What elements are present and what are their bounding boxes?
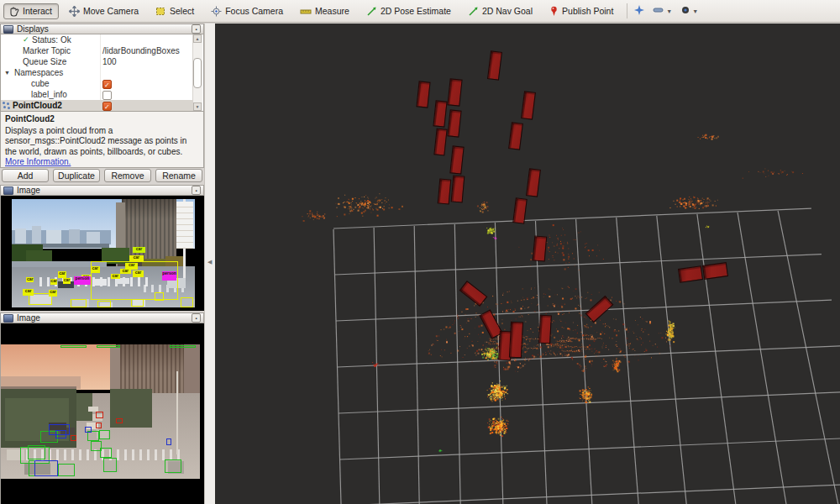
lidar-bounding-box[interactable] xyxy=(508,321,522,358)
detection-box xyxy=(170,345,196,348)
measure-button[interactable]: Measure xyxy=(295,3,356,19)
display-buttons-row: Add Duplicate Remove Rename xyxy=(0,169,204,183)
detection-box xyxy=(60,345,87,348)
minus-icon xyxy=(653,5,664,17)
tree-row-label: PointCloud2 xyxy=(13,100,62,111)
tree-row-pointcloud2[interactable]: ▼PointCloud2 xyxy=(1,100,194,111)
image-panel-1-header[interactable]: Image ▪ xyxy=(0,185,204,196)
photo-shape xyxy=(46,230,60,244)
remove-tool-button[interactable]: ▼ xyxy=(653,5,672,17)
measure-label: Measure xyxy=(315,6,349,16)
image-panel-1-content: carcarcarcarcarcarcarcarcarcarcarcarcarc… xyxy=(0,196,204,311)
pointcloud2-icon xyxy=(3,102,10,109)
tree-row-label: label_info xyxy=(31,89,67,100)
rename-button[interactable]: Rename xyxy=(155,169,202,182)
tree-row-label: Marker Topic xyxy=(23,45,71,56)
image-panel-1-close-button[interactable]: ▪ xyxy=(192,186,201,195)
detection-label-chip: car xyxy=(129,255,144,262)
detection-box xyxy=(103,458,117,472)
scroll-up-icon[interactable]: ▲ xyxy=(193,34,202,43)
interact-label: Interact xyxy=(23,6,52,16)
tree-row-label-info[interactable]: label_info xyxy=(1,89,194,100)
add-button[interactable]: Add xyxy=(2,169,49,182)
tree-scrollbar[interactable]: ▲ ▼ xyxy=(192,34,202,111)
detection-label-chip: car xyxy=(111,274,120,279)
detection-box xyxy=(58,464,75,476)
measure-icon xyxy=(300,6,312,17)
detection-label-chip: car xyxy=(63,278,71,283)
focus-icon xyxy=(211,6,222,17)
tree-row-status-ok[interactable]: ✓Status: Ok xyxy=(1,34,194,45)
interact-button[interactable]: Interact xyxy=(3,3,59,19)
detection-box xyxy=(71,299,87,307)
detection-box xyxy=(97,301,110,307)
tree-row-marker-topic[interactable]: Marker Topic/lidarBoundingBoxes xyxy=(1,45,194,56)
image-panel-2-header[interactable]: Image ▪ xyxy=(0,312,204,323)
photo-shape xyxy=(15,228,26,244)
detection-box xyxy=(131,299,144,307)
tree-row-queue-size[interactable]: Queue Size100 xyxy=(1,56,194,67)
move-icon xyxy=(69,6,80,17)
2d-pose-estimate-button[interactable]: 2D Pose Estimate xyxy=(361,3,458,19)
camera-image-2 xyxy=(1,344,200,479)
displays-tree[interactable]: ✓Status: OkMarker Topic/lidarBoundingBox… xyxy=(1,34,194,111)
tool-properties-button[interactable]: ▼ xyxy=(680,5,698,17)
photo-shape xyxy=(87,232,99,244)
lidar-bounding-box[interactable] xyxy=(701,262,727,280)
dropdown-caret-icon[interactable]: ▼ xyxy=(666,8,672,14)
detection-box xyxy=(96,412,103,418)
tree-row-cube[interactable]: cube xyxy=(1,78,194,89)
more-information-link[interactable]: More Information. xyxy=(5,157,71,166)
displays-panel-header[interactable]: Displays ▪ xyxy=(0,24,204,34)
tree-row-namespaces[interactable]: ▼Namespaces xyxy=(1,67,194,78)
scrollbar-thumb[interactable] xyxy=(193,58,202,88)
move-camera-button[interactable]: Move Camera xyxy=(64,3,145,19)
displays-close-button[interactable]: ▪ xyxy=(192,24,201,34)
image-panel-2-content xyxy=(0,323,204,504)
toolbar: InteractMove CameraSelectFocus CameraMea… xyxy=(0,0,840,23)
add-tool-button[interactable] xyxy=(634,5,644,17)
tree-row-label: cube xyxy=(31,78,50,89)
lidar-bounding-box[interactable] xyxy=(538,315,552,344)
publish-point-button[interactable]: Publish Point xyxy=(544,3,620,19)
detection-box xyxy=(71,435,76,441)
tree-row-value[interactable]: 100 xyxy=(102,56,117,67)
2d-nav-goal-label: 2D Nav Goal xyxy=(482,6,533,16)
scroll-down-icon[interactable]: ▼ xyxy=(193,102,202,111)
nav-arrow-icon xyxy=(468,6,479,17)
displays-panel-title: Displays xyxy=(17,24,192,34)
dropdown-caret-icon[interactable]: ▼ xyxy=(692,8,698,14)
2d-nav-goal-button[interactable]: 2D Nav Goal xyxy=(463,3,539,19)
tree-row-value[interactable]: /lidarBoundingBoxes xyxy=(102,45,180,56)
lidar-bounding-box[interactable] xyxy=(433,128,447,155)
checkbox-checked[interactable] xyxy=(102,80,112,89)
detection-box xyxy=(100,448,112,458)
lidar-bounding-box[interactable] xyxy=(532,235,547,261)
panel-splitter[interactable]: ◀ xyxy=(204,24,216,504)
detection-label-chip: car xyxy=(91,266,100,273)
select-icon xyxy=(155,6,166,17)
lidar-bounding-box[interactable] xyxy=(451,175,465,202)
expander-open-icon[interactable]: ▼ xyxy=(4,67,10,78)
collapse-arrow-icon[interactable]: ◀ xyxy=(207,259,212,265)
checkbox-unchecked[interactable] xyxy=(102,91,112,100)
focus-camera-label: Focus Camera xyxy=(225,6,283,16)
checkbox-checked[interactable] xyxy=(102,102,112,111)
lidar-bounding-box[interactable] xyxy=(678,265,703,283)
detection-label-chip: car xyxy=(133,270,144,277)
image-panel-2-title: Image xyxy=(17,313,192,323)
duplicate-button[interactable]: Duplicate xyxy=(53,169,100,182)
3d-viewport[interactable] xyxy=(215,24,840,504)
photo-shape xyxy=(176,371,178,454)
dot-icon xyxy=(680,5,690,17)
detection-label-chip: person xyxy=(162,271,176,280)
remove-button[interactable]: Remove xyxy=(104,169,151,182)
lidar-bounding-box[interactable] xyxy=(447,78,462,106)
photo-shape xyxy=(32,226,41,244)
displays-tree-panel: ✓Status: OkMarker Topic/lidarBoundingBox… xyxy=(0,34,204,111)
detection-label-chip: car xyxy=(50,279,58,284)
focus-camera-button[interactable]: Focus Camera xyxy=(206,3,290,19)
lidar-bounding-box[interactable] xyxy=(438,178,452,204)
image-panel-2-close-button[interactable]: ▪ xyxy=(192,313,201,323)
select-button[interactable]: Select xyxy=(150,3,201,19)
